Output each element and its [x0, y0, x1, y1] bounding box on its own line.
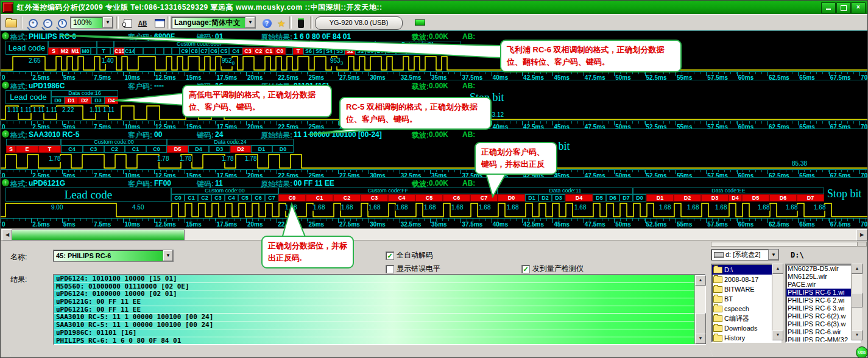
file-list[interactable]: MN6027B-D5.wirMN6125L.wirPACE.wirPHILIPS… [785, 264, 861, 343]
scroll-down-button[interactable]: ▼ [772, 330, 783, 340]
carrier-label: 载波: [412, 82, 429, 92]
ab-measure-button[interactable]: AB [135, 16, 150, 30]
result-row[interactable]: uPD1986C: 01101 [16] [54, 329, 705, 337]
device-model-button[interactable]: YG-920 V8.0 (USB) [315, 16, 403, 30]
pan-button[interactable] [120, 16, 136, 30]
folder-item[interactable]: Downloads [712, 323, 780, 333]
file-item[interactable]: MN6027B-D5.wir [786, 265, 859, 273]
result-row[interactable]: uPD6124: 0100000 10000 [02 01] [54, 290, 705, 298]
duration-label: 1.68 [340, 205, 353, 211]
carrier-value: 0.00K [429, 32, 448, 41]
duration-label: 1.11 [19, 107, 32, 113]
result-row[interactable]: uPD6121G: 00 FF 11 EE [54, 298, 705, 306]
chevron-down-icon[interactable]: ▼ [245, 17, 255, 28]
folder-item[interactable]: cspeech [712, 304, 780, 314]
toolbar-separator [310, 16, 312, 29]
file-item[interactable]: MN6125L.wir [786, 273, 859, 281]
drive-select[interactable]: d: [系统盘2] ▼ [711, 249, 779, 261]
splitter-button[interactable] [857, 242, 866, 246]
bit-cell: C6 [252, 194, 265, 202]
bit-group-header: Data code:24 [167, 139, 294, 146]
bit-cell: D7 [375, 47, 386, 55]
folder-name: Downloads [724, 325, 757, 332]
scroll-down-button[interactable]: ▼ [695, 334, 706, 344]
chevron-down-icon[interactable]: ▼ [163, 250, 173, 261]
row-info-line: ↑格式:PHILIPS RC-6客户码:6800F键码:01原始结果:1 6 0… [1, 32, 868, 40]
bit-cell: D2 [538, 194, 552, 202]
timeline-tick-label: 17.5ms [217, 221, 238, 228]
hand-icon [124, 19, 132, 28]
zoom-level-select[interactable]: 100% ▼ [70, 16, 113, 29]
scroll-up-button[interactable]: ▲ [772, 264, 783, 274]
folder-scrollbar[interactable]: ▲ ▼ [772, 264, 783, 340]
remote-button[interactable] [293, 16, 309, 30]
horizontal-scrollbar[interactable]: ◀ ▶ [1, 228, 868, 240]
window-view-button[interactable] [152, 16, 168, 30]
raw-result-value: 11 1 00000 100100 [00-24] [294, 130, 382, 139]
scrollbar-thumb[interactable] [695, 313, 706, 334]
favorite-button[interactable]: ★ [273, 16, 289, 30]
zoom-out-button[interactable]: − [40, 16, 55, 30]
checkbox-show-error-level[interactable]: 显示错误电平 [386, 264, 440, 274]
minimize-button[interactable] [821, 2, 836, 13]
scroll-right-button[interactable]: ▶ [856, 230, 867, 240]
usb-status-icon: USB [856, 346, 868, 358]
file-item[interactable]: PACE.wir [786, 281, 859, 289]
result-scrollbar[interactable]: ▲ ▼ [694, 275, 705, 344]
file-item[interactable]: PHILIPS RC-6 2.wi [786, 297, 859, 304]
bit-cell: D6 [606, 194, 619, 202]
file-scrollbar[interactable]: ▲ ▼ [851, 264, 862, 340]
app-icon [2, 2, 13, 13]
open-file-button[interactable] [3, 16, 19, 30]
file-item[interactable]: PHILIPS RC-MM(32 [786, 336, 859, 343]
scrollbar-thumb[interactable] [852, 293, 863, 307]
folder-item[interactable]: 2008-08-17 [712, 275, 780, 284]
waveform-row: ↑格式:PHILIPS RC-6客户码:6800F键码:01原始结果:1 6 0… [1, 30, 868, 80]
folder-tree[interactable]: D:\2008-08-17BITWAREBTcspeechC编译器Downloa… [711, 264, 782, 343]
file-item[interactable]: PHILIPS RC-6(2).w [786, 312, 859, 320]
timeline-tick-label: 32.5ms [401, 221, 422, 228]
app-window: 红外遥控编码分析仪2009 专业版 Tel:086-13316529329 覃远… [0, 0, 868, 358]
folder-item[interactable]: D:\ [712, 265, 780, 275]
help-button[interactable]: ? [259, 16, 275, 30]
scroll-down-button[interactable]: ▼ [852, 330, 863, 340]
file-item[interactable]: PHILIPS RC-6 1.wi [786, 289, 859, 297]
close-button[interactable]: × [851, 2, 866, 13]
zoom-level-value: 100% [71, 18, 102, 27]
ab-label: AB: [462, 179, 475, 188]
duration-label: 1.68 [574, 205, 587, 211]
scrollbar-thumb[interactable] [12, 230, 185, 240]
timeline-tick-label: 15ms [186, 221, 202, 228]
folder-item[interactable]: BITWARE [712, 284, 780, 294]
folder-item[interactable]: C编译器 [712, 314, 780, 323]
checkbox-send-to-tester[interactable]: ✓ 发到量产检测仪 [521, 264, 584, 274]
folder-item[interactable]: BT [712, 294, 780, 304]
zoom-in-button[interactable]: + [25, 16, 41, 30]
bit-cell: D4 [188, 146, 209, 153]
maximize-button[interactable] [836, 2, 851, 13]
file-item[interactable]: PHILIPS RC-6 3.wi [786, 304, 859, 312]
zoom-reset-button[interactable]: 1 [54, 16, 70, 30]
file-item[interactable]: PHILIPS RC-6(3).w [786, 320, 859, 328]
checkbox-auto-decode[interactable]: ✓ 全自动解码 [386, 250, 433, 261]
language-select[interactable]: Language:简体中文 ▼ [171, 16, 256, 29]
timeline-tick-label: 50ms [615, 221, 631, 228]
format-value: uPD1986C [29, 82, 65, 90]
folder-item[interactable]: History [712, 333, 780, 343]
chevron-down-icon[interactable]: ▼ [102, 17, 113, 28]
scroll-up-button[interactable]: ▲ [852, 264, 863, 274]
result-row[interactable]: uPD6124: 1010100 10000 [15 01] [54, 275, 705, 283]
result-row[interactable]: SAA3010 RC-5: 11 1 00000 100100 [00 24] [54, 321, 705, 329]
duration-label: 1.68 [813, 205, 826, 211]
right-panel-scroll-strip[interactable] [711, 242, 867, 247]
file-item[interactable]: PHILIPS RC-6.wir [786, 328, 859, 336]
result-list[interactable]: uPD6124: 1010100 10000 [15 01]M50560: 01… [53, 274, 706, 345]
remote-name-select[interactable]: 45: PHILIPS RC-6 ▼ [53, 250, 174, 262]
folder-icon [713, 276, 722, 283]
bit-cell: C7 [265, 194, 278, 202]
duration-sublabel: 3 [340, 60, 343, 66]
result-row[interactable]: PHILIPS RC-6: 1 6 0 80 0F 84 01 [54, 337, 705, 345]
chevron-down-icon[interactable]: ▼ [768, 250, 778, 260]
timeline-tick-label: 12.5ms [155, 221, 176, 228]
scroll-up-button[interactable]: ▲ [695, 275, 706, 286]
